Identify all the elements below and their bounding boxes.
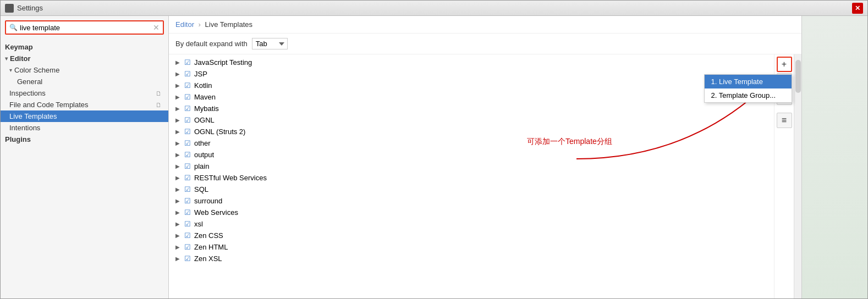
sidebar-item-editor[interactable]: ▾ Editor bbox=[1, 53, 168, 64]
expand-arrow-icon: ▶ bbox=[175, 186, 181, 192]
template-list-item[interactable]: ▶ ☑ output bbox=[169, 149, 774, 160]
checkbox-icon[interactable]: ☑ bbox=[184, 231, 191, 240]
nav-tree: Keymap ▾ Editor ▾ Color Scheme General bbox=[1, 39, 168, 298]
sidebar-item-label: Editor bbox=[10, 54, 31, 63]
expand-arrow-icon: ▶ bbox=[175, 94, 181, 100]
checkbox-icon[interactable]: ☑ bbox=[184, 174, 191, 182]
template-list-item[interactable]: ▶ ☑ other bbox=[169, 137, 774, 149]
sidebar-item-file-code-templates[interactable]: File and Code Templates 🗋 bbox=[1, 99, 168, 110]
checkbox-icon[interactable]: ☑ bbox=[184, 93, 191, 101]
expand-arrow-icon: ▶ bbox=[175, 140, 181, 146]
expand-with-label: By default expand with bbox=[175, 40, 248, 48]
expand-arrow-icon: ▶ bbox=[175, 256, 181, 262]
sidebar-item-keymap[interactable]: Keymap bbox=[1, 41, 168, 53]
sidebar-item-label: Intentions bbox=[9, 124, 40, 132]
add-button[interactable]: + bbox=[777, 57, 792, 72]
checkbox-icon[interactable]: ☑ bbox=[184, 139, 191, 147]
checkbox-icon[interactable]: ☑ bbox=[184, 185, 191, 193]
sidebar-item-label: Keymap bbox=[5, 43, 33, 51]
expand-arrow-icon: ▶ bbox=[175, 175, 181, 181]
checkbox-icon[interactable]: ☑ bbox=[184, 254, 191, 263]
expand-arrow-icon: ▶ bbox=[175, 209, 181, 215]
expand-arrow-icon: ▶ bbox=[175, 232, 181, 239]
expand-arrow-icon: ▶ bbox=[175, 71, 181, 77]
dropdown-item-template-group[interactable]: 2. Template Group... bbox=[705, 88, 792, 102]
template-group-name: surround bbox=[194, 197, 222, 205]
breadcrumb: Editor › Live Templates bbox=[169, 16, 801, 34]
scrollbar-thumb[interactable] bbox=[795, 60, 801, 93]
checkbox-icon[interactable]: ☑ bbox=[184, 81, 191, 90]
template-list-item[interactable]: ▶ ☑ Mybatis bbox=[169, 103, 774, 114]
sidebar-item-intentions[interactable]: Intentions bbox=[1, 122, 168, 134]
checkbox-icon[interactable]: ☑ bbox=[184, 208, 191, 217]
checkbox-icon[interactable]: ☑ bbox=[184, 220, 191, 228]
panel-toolbar: By default expand with Tab Enter Space bbox=[169, 34, 801, 54]
template-group-name: Maven bbox=[194, 93, 216, 101]
scroll-button[interactable]: ≡ bbox=[777, 113, 792, 128]
sidebar-item-label: General bbox=[17, 77, 42, 86]
expand-with-select[interactable]: Tab Enter Space bbox=[252, 38, 288, 49]
sidebar: 🔍 ✕ Keymap ▾ Editor ▾ Color Scheme bbox=[1, 16, 169, 298]
scrollbar[interactable] bbox=[794, 54, 801, 298]
template-list-item[interactable]: ▶ ☑ Zen XSL bbox=[169, 253, 774, 264]
expand-arrow-icon: ▶ bbox=[175, 244, 181, 250]
add-dropdown-menu: 1. Live Template 2. Template Group... bbox=[704, 74, 792, 103]
checkbox-icon[interactable]: ☑ bbox=[184, 151, 191, 159]
template-list-item[interactable]: ▶ ☑ Web Services bbox=[169, 207, 774, 218]
title-bar: Settings ✕ bbox=[1, 1, 867, 16]
template-list-item[interactable]: ▶ ☑ Zen CSS bbox=[169, 230, 774, 241]
far-right-background bbox=[802, 16, 867, 298]
template-group-name: OGNL bbox=[194, 116, 215, 124]
template-list-item[interactable]: ▶ ☑ OGNL (Struts 2) bbox=[169, 126, 774, 137]
close-button[interactable]: ✕ bbox=[852, 3, 863, 14]
template-group-name: JavaScript Testing bbox=[194, 58, 252, 67]
dropdown-item-live-template[interactable]: 1. Live Template bbox=[705, 75, 792, 88]
template-list-item[interactable]: ▶ ☑ RESTful Web Services bbox=[169, 172, 774, 184]
add-button-container: + 1. Live Template 2. Template Group... bbox=[777, 57, 792, 72]
template-list-item[interactable]: ▶ ☑ surround bbox=[169, 195, 774, 207]
template-list-item[interactable]: ▶ ☑ JSP bbox=[169, 68, 774, 80]
sidebar-item-plugins[interactable]: Plugins bbox=[1, 134, 168, 145]
expand-arrow-icon: ▶ bbox=[175, 163, 181, 169]
sidebar-item-general[interactable]: General bbox=[1, 76, 168, 87]
template-list: ▶ ☑ JavaScript Testing ▶ ☑ JSP ▶ ☑ Kotli… bbox=[169, 54, 774, 298]
search-clear-button[interactable]: ✕ bbox=[153, 23, 160, 32]
template-group-name: Zen XSL bbox=[194, 254, 222, 263]
template-group-name: other bbox=[194, 139, 211, 147]
template-list-item[interactable]: ▶ ☑ xsl bbox=[169, 218, 774, 230]
checkbox-icon[interactable]: ☑ bbox=[184, 58, 191, 67]
sidebar-item-live-templates[interactable]: Live Templates bbox=[1, 110, 168, 122]
template-list-item[interactable]: ▶ ☑ Zen HTML bbox=[169, 241, 774, 253]
breadcrumb-editor[interactable]: Editor bbox=[175, 20, 194, 29]
template-list-item[interactable]: ▶ ☑ plain bbox=[169, 160, 774, 172]
template-list-item[interactable]: ▶ ☑ Maven bbox=[169, 91, 774, 103]
sidebar-item-label: Color Scheme bbox=[14, 66, 59, 74]
checkbox-icon[interactable]: ☑ bbox=[184, 128, 191, 136]
template-list-item[interactable]: ▶ ☑ OGNL bbox=[169, 114, 774, 126]
window-title: Settings bbox=[17, 4, 43, 12]
expand-arrow-icon: ▶ bbox=[175, 59, 181, 65]
template-group-name: plain bbox=[194, 162, 209, 170]
checkbox-icon[interactable]: ☑ bbox=[184, 243, 191, 251]
checkbox-icon[interactable]: ☑ bbox=[184, 197, 191, 205]
template-list-item[interactable]: ▶ ☑ Kotlin bbox=[169, 80, 774, 91]
app-icon bbox=[5, 4, 14, 13]
sidebar-item-color-scheme[interactable]: ▾ Color Scheme bbox=[1, 64, 168, 76]
breadcrumb-separator: › bbox=[199, 20, 201, 29]
template-group-name: xsl bbox=[194, 220, 203, 228]
checkbox-icon[interactable]: ☑ bbox=[184, 70, 191, 78]
template-group-name: Kotlin bbox=[194, 81, 212, 90]
template-list-item[interactable]: ▶ ☑ SQL bbox=[169, 184, 774, 195]
template-group-name: JSP bbox=[194, 70, 207, 78]
template-group-name: OGNL (Struts 2) bbox=[194, 128, 245, 136]
template-group-name: output bbox=[194, 151, 214, 159]
search-input[interactable] bbox=[20, 24, 153, 32]
sidebar-item-inspections[interactable]: Inspections 🗋 bbox=[1, 87, 168, 99]
checkbox-icon[interactable]: ☑ bbox=[184, 116, 191, 124]
search-icon: 🔍 bbox=[9, 24, 18, 31]
checkbox-icon[interactable]: ☑ bbox=[184, 162, 191, 170]
checkbox-icon[interactable]: ☑ bbox=[184, 104, 191, 113]
template-list-item[interactable]: ▶ ☑ JavaScript Testing bbox=[169, 57, 774, 68]
sidebar-item-label: Plugins bbox=[5, 135, 31, 143]
title-bar-left: Settings bbox=[5, 4, 43, 13]
